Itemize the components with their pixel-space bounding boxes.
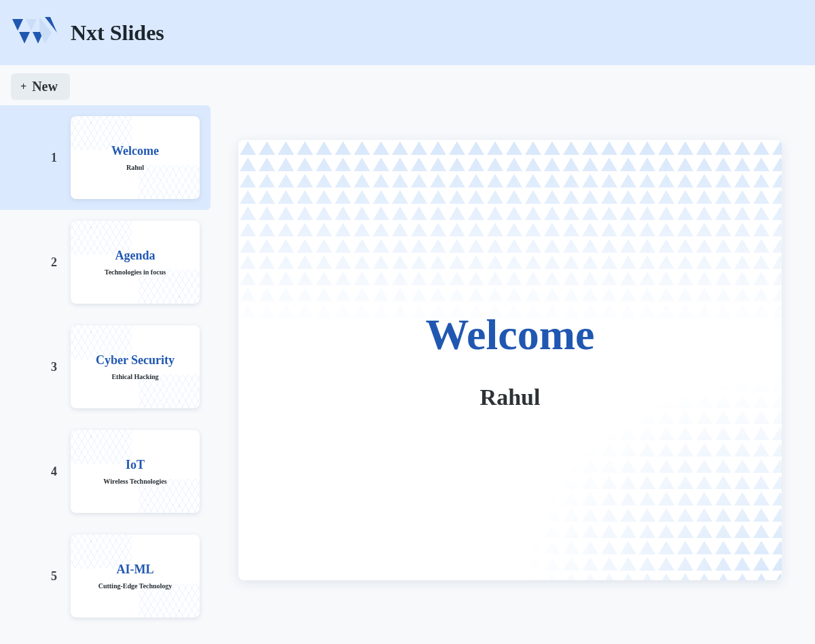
thumb-card[interactable]: IoT Wireless Technologies xyxy=(71,430,200,513)
svg-marker-2 xyxy=(19,32,30,43)
app-logo-icon xyxy=(11,16,58,50)
slide-thumb-1[interactable]: 1 Welcome Rahul xyxy=(0,105,211,210)
sidebar: + New 1 Welcome Rahul 2 Agenda Technolog… xyxy=(0,65,211,644)
thumb-heading: Agenda xyxy=(115,249,155,263)
slide-decoration-top xyxy=(238,140,782,330)
thumb-heading: IoT xyxy=(126,458,145,472)
thumb-description: Cutting-Edge Technology xyxy=(98,582,173,590)
slide-heading: Welcome xyxy=(426,310,595,360)
main-area: Welcome Rahul xyxy=(211,65,815,644)
slide-number: 5 xyxy=(0,569,61,584)
thumb-heading: AI-ML xyxy=(117,562,154,577)
slide-description: Rahul xyxy=(480,384,541,410)
svg-rect-8 xyxy=(238,140,782,330)
slide-number: 4 xyxy=(0,465,61,479)
thumb-description: Technologies in focus xyxy=(105,268,166,276)
app-header: Nxt Slides xyxy=(0,0,815,65)
current-slide: Welcome Rahul xyxy=(238,140,782,580)
slide-thumb-5[interactable]: 5 AI-ML Cutting-Edge Technology xyxy=(0,524,211,628)
thumb-card[interactable]: Cyber Security Ethical Hacking xyxy=(71,325,200,408)
app-title: Nxt Slides xyxy=(71,20,164,46)
slide-number: 2 xyxy=(0,255,61,270)
thumb-heading: Cyber Security xyxy=(96,353,175,368)
thumb-card[interactable]: AI-ML Cutting-Edge Technology xyxy=(71,535,200,618)
new-button-container: + New xyxy=(0,65,211,105)
thumb-description: Rahul xyxy=(126,164,144,171)
plus-icon: + xyxy=(20,82,26,92)
slide-thumb-4[interactable]: 4 IoT Wireless Technologies xyxy=(0,419,211,524)
workspace: + New 1 Welcome Rahul 2 Agenda Technolog… xyxy=(0,65,815,644)
slide-number: 1 xyxy=(0,151,61,165)
slide-thumb-3[interactable]: 3 Cyber Security Ethical Hacking xyxy=(0,315,211,419)
svg-marker-1 xyxy=(26,19,37,31)
thumb-description: Ethical Hacking xyxy=(111,373,158,380)
thumb-card[interactable]: Agenda Technologies in focus xyxy=(71,221,200,304)
thumb-description: Wireless Technologies xyxy=(103,478,166,485)
slide-thumbnails: 1 Welcome Rahul 2 Agenda Technologies in… xyxy=(0,105,211,644)
slide-decoration-bottom xyxy=(524,376,782,580)
svg-marker-0 xyxy=(12,19,23,31)
thumb-heading: Welcome xyxy=(111,144,159,158)
new-slide-button[interactable]: + New xyxy=(11,73,70,100)
thumb-card[interactable]: Welcome Rahul xyxy=(71,116,200,199)
slide-number: 3 xyxy=(0,360,61,374)
new-button-label: New xyxy=(32,79,58,94)
svg-rect-11 xyxy=(524,376,782,580)
slide-thumb-2[interactable]: 2 Agenda Technologies in focus xyxy=(0,210,211,315)
